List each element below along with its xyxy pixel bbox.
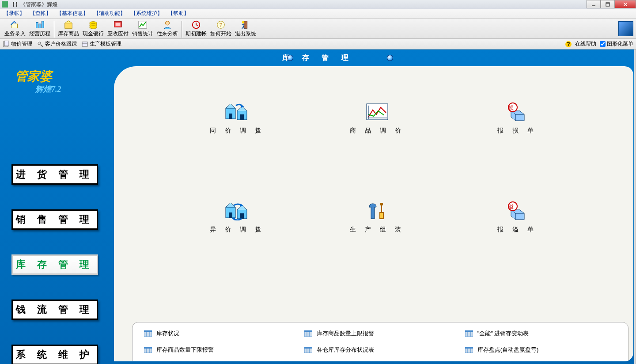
toolbar2-right: ? 在线帮助 图形化菜单 (565, 40, 633, 48)
link-warehouse-dist[interactable]: 各仓库库存分布状况表 (304, 345, 456, 355)
svg-rect-23 (82, 42, 87, 46)
svg-rect-6 (65, 23, 72, 28)
menu-item[interactable]: 【查帐】 (30, 10, 51, 17)
tb-init-account[interactable]: 期初建帐 (184, 20, 208, 38)
tb-business-entry[interactable]: 业务录入 (3, 20, 27, 38)
online-help-link[interactable]: 在线帮助 (575, 40, 596, 48)
window-controls (587, 0, 636, 8)
action-loss-order[interactable]: 损 报 损 单 (447, 102, 587, 135)
svg-text:?: ? (219, 22, 222, 28)
menu-bar: 【录帐】 【查帐】 【基本信息】 【辅助功能】 【系统维护】 【帮助】 (0, 9, 636, 19)
graphic-menu-toggle[interactable]: 图形化菜单 (600, 40, 633, 48)
tb-exit[interactable]: 退出系统 (233, 20, 258, 38)
tb2-template[interactable]: 生产模板管理 (81, 40, 121, 48)
tb-contacts[interactable]: 往来分析 (155, 20, 180, 38)
vertical-scrollbar[interactable] (634, 49, 636, 364)
svg-text:溢: 溢 (508, 204, 517, 210)
svg-rect-61 (304, 347, 312, 349)
link-lower-alarm[interactable]: 库存商品数量下限报警 (144, 345, 295, 355)
warehouse-transfer2-icon (225, 201, 250, 220)
graphic-menu-checkbox[interactable] (600, 41, 606, 47)
svg-rect-53 (465, 330, 473, 332)
link-stock-status[interactable]: 库存状况 (144, 329, 295, 339)
link-stocktake[interactable]: 库存盘点(自动盘赢盘亏) (465, 345, 617, 355)
window-title: 【】《管家婆》辉煌 (10, 1, 57, 8)
svg-rect-26 (229, 114, 232, 119)
close-button[interactable] (615, 0, 636, 8)
svg-rect-17 (244, 21, 247, 29)
nav-sales[interactable]: 销 售 管 理 (11, 209, 98, 230)
svg-line-22 (41, 45, 43, 47)
svg-rect-2 (606, 3, 610, 4)
svg-rect-57 (144, 347, 152, 349)
app-logo: 管家婆 辉煌7.2 (5, 59, 105, 99)
icon-grid: 同 价 调 拨 商 品 调 价 损 报 损 单 (167, 102, 587, 234)
menu-item[interactable]: 【帮助】 (168, 10, 189, 17)
menu-item[interactable]: 【基本信息】 (57, 10, 88, 17)
minimize-button[interactable] (587, 0, 601, 8)
window-titlebar: 【】《管家婆》辉煌 (0, 0, 636, 9)
link-upper-alarm[interactable]: 库存商品数量上限报警 (304, 329, 456, 339)
menu-item[interactable]: 【辅助功能】 (94, 10, 125, 17)
decorative-dot (387, 55, 393, 61)
decorative-dot (287, 55, 293, 61)
action-price-adjust[interactable]: 商 品 调 价 (307, 102, 447, 135)
nav-system[interactable]: 系 统 维 护 (11, 345, 98, 364)
warehouse-transfer-icon (225, 102, 250, 121)
app-icon (2, 1, 8, 8)
help-icon: ? (565, 41, 572, 47)
nav-list: 进 货 管 理 销 售 管 理 库 存 管 理 钱 流 管 理 系 统 维 护 (11, 164, 104, 364)
link-all-change[interactable]: "全能" 进销存变动表 (465, 329, 617, 339)
svg-rect-20 (4, 41, 9, 46)
svg-rect-11 (116, 23, 121, 26)
tb-receivable[interactable]: 应收应付 (106, 20, 130, 38)
tb-inventory[interactable]: 库存商品 (56, 20, 81, 38)
action-diff-price-transfer[interactable]: 异 价 调 拨 (167, 201, 307, 234)
menu-item[interactable]: 【录帐】 (4, 10, 25, 17)
tb2-customer-price[interactable]: 客户价格跟踪 (37, 40, 77, 48)
svg-rect-36 (229, 212, 232, 218)
loss-box-icon: 损 (505, 102, 530, 121)
tb-history[interactable]: 经营历程 (27, 20, 52, 38)
svg-rect-65 (465, 347, 473, 349)
brand-cube-icon (618, 21, 633, 36)
svg-rect-45 (144, 330, 152, 332)
secondary-toolbar: 物价管理 客户价格跟踪 生产模板管理 ? 在线帮助 图形化菜单 (0, 39, 636, 49)
svg-text:损: 损 (508, 105, 517, 111)
tb-sales-stats[interactable]: 销售统计 (130, 20, 155, 38)
main-toolbar: 业务录入 经营历程 库存商品 现金银行 应收应付 销售统计 往来分析 期初建帐 … (0, 19, 636, 39)
svg-rect-49 (304, 330, 312, 332)
svg-point-18 (242, 21, 245, 24)
svg-rect-41 (380, 203, 383, 205)
overflow-box-icon: 溢 (505, 201, 530, 220)
tools-icon (365, 201, 390, 220)
action-overflow-order[interactable]: 溢 报 溢 单 (447, 201, 587, 234)
tb-how-start[interactable]: ?如何开始 (208, 20, 233, 38)
nav-cashflow[interactable]: 钱 流 管 理 (11, 300, 98, 320)
svg-rect-5 (12, 24, 18, 28)
svg-rect-28 (240, 114, 244, 120)
tb2-price-mgmt[interactable]: 物价管理 (3, 40, 32, 48)
tb-cash-bank[interactable]: 现金银行 (81, 20, 106, 38)
workspace: 库 存 管 理 管家婆 辉煌7.2 进 货 管 理 销 售 管 理 库 存 管 … (0, 49, 636, 364)
svg-point-21 (38, 42, 41, 45)
content-panel: 同 价 调 拨 商 品 调 价 损 报 损 单 (114, 66, 633, 361)
action-assembly[interactable]: 生 产 组 装 (307, 201, 447, 234)
action-same-price-transfer[interactable]: 同 价 调 拨 (167, 102, 307, 135)
maximize-button[interactable] (601, 0, 615, 8)
svg-point-9 (90, 26, 97, 29)
menu-item[interactable]: 【系统维护】 (131, 10, 163, 17)
nav-inventory[interactable]: 库 存 管 理 (11, 254, 98, 275)
price-chart-icon (365, 102, 390, 121)
sidebar: 管家婆 辉煌7.2 进 货 管 理 销 售 管 理 库 存 管 理 钱 流 管 … (0, 49, 115, 364)
svg-rect-38 (240, 213, 244, 219)
svg-point-13 (165, 21, 169, 25)
bottom-link-panel: 库存状况 库存商品数量上限报警 "全能" 进销存变动表 库存商品数量下限报警 各… (132, 322, 628, 361)
nav-purchase[interactable]: 进 货 管 理 (11, 164, 98, 185)
